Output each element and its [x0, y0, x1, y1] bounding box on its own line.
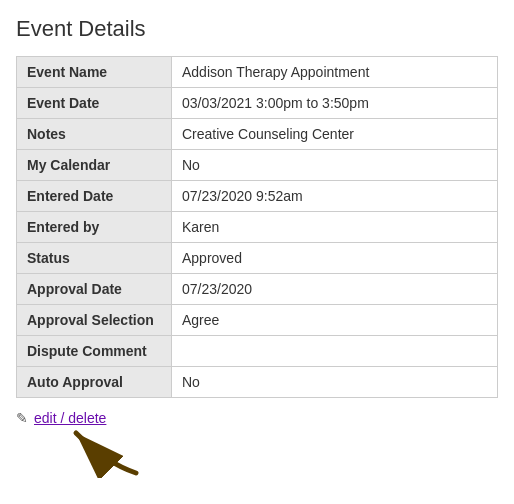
table-row: Auto ApprovalNo [17, 367, 498, 398]
table-row: NotesCreative Counseling Center [17, 119, 498, 150]
row-label: Auto Approval [17, 367, 172, 398]
edit-delete-section: ✎ edit / delete [16, 410, 498, 426]
row-value: Agree [172, 305, 498, 336]
row-value: 07/23/2020 9:52am [172, 181, 498, 212]
row-value: No [172, 150, 498, 181]
row-value [172, 336, 498, 367]
pencil-icon: ✎ [16, 410, 28, 426]
row-label: Status [17, 243, 172, 274]
row-label: Approval Date [17, 274, 172, 305]
table-row: Entered Date07/23/2020 9:52am [17, 181, 498, 212]
table-row: StatusApproved [17, 243, 498, 274]
row-value: 03/03/2021 3:00pm to 3:50pm [172, 88, 498, 119]
table-row: Dispute Comment [17, 336, 498, 367]
row-label: Entered by [17, 212, 172, 243]
table-row: Entered byKaren [17, 212, 498, 243]
row-label: Notes [17, 119, 172, 150]
row-label: Event Name [17, 57, 172, 88]
table-row: Approval SelectionAgree [17, 305, 498, 336]
row-value: Karen [172, 212, 498, 243]
row-label: Entered Date [17, 181, 172, 212]
page-title: Event Details [16, 16, 498, 42]
row-label: My Calendar [17, 150, 172, 181]
row-value: 07/23/2020 [172, 274, 498, 305]
table-row: Event Date03/03/2021 3:00pm to 3:50pm [17, 88, 498, 119]
row-label: Approval Selection [17, 305, 172, 336]
row-value: No [172, 367, 498, 398]
table-row: Event NameAddison Therapy Appointment [17, 57, 498, 88]
row-value: Creative Counseling Center [172, 119, 498, 150]
row-label: Event Date [17, 88, 172, 119]
event-details-table: Event NameAddison Therapy AppointmentEve… [16, 56, 498, 398]
table-row: Approval Date07/23/2020 [17, 274, 498, 305]
row-value: Approved [172, 243, 498, 274]
arrow-icon [56, 418, 146, 478]
row-label: Dispute Comment [17, 336, 172, 367]
row-value: Addison Therapy Appointment [172, 57, 498, 88]
table-row: My CalendarNo [17, 150, 498, 181]
